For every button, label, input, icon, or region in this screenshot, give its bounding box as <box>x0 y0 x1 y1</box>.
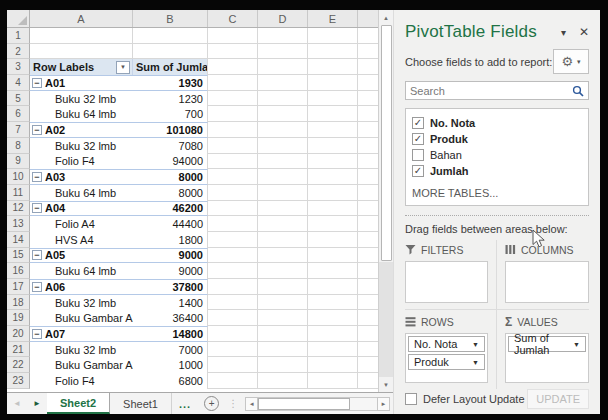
cell-b18[interactable]: 1400 <box>133 295 208 311</box>
column-header-b[interactable]: B <box>133 10 208 27</box>
cell-b3[interactable]: Sum of Jumlah <box>133 59 208 75</box>
vertical-scrollbar[interactable]: ▲ ▼ <box>378 10 393 392</box>
empty-cell[interactable] <box>358 59 378 75</box>
collapse-group-icon[interactable]: − <box>32 125 42 135</box>
add-sheet-button[interactable]: + <box>204 396 219 411</box>
cell-a16[interactable]: Buku 64 lmb <box>30 263 133 279</box>
row-header-2[interactable]: 2 <box>7 44 30 60</box>
cell-b5[interactable]: 1230 <box>133 91 208 107</box>
collapse-group-icon[interactable]: − <box>32 250 42 260</box>
cell-b19[interactable]: 36400 <box>133 310 208 326</box>
cell-b22[interactable]: 1000 <box>133 357 208 373</box>
empty-cell[interactable] <box>308 357 358 373</box>
empty-cell[interactable] <box>358 154 378 170</box>
row-header-7[interactable]: 7 <box>7 122 30 138</box>
collapse-group-icon[interactable]: − <box>32 172 42 182</box>
row-header-10[interactable]: 10 <box>7 169 30 185</box>
cell-a9[interactable]: Folio F4 <box>30 154 133 170</box>
row-header-22[interactable]: 22 <box>7 357 30 373</box>
row-header-1[interactable]: 1 <box>7 28 30 44</box>
row-header-5[interactable]: 5 <box>7 91 30 107</box>
empty-cell[interactable] <box>358 75 378 91</box>
empty-cell[interactable] <box>308 44 358 60</box>
empty-cell[interactable] <box>358 295 378 311</box>
cell-b20[interactable]: 14800 <box>133 326 208 342</box>
row-header-19[interactable]: 19 <box>7 310 30 326</box>
empty-cell[interactable] <box>258 122 308 138</box>
cell-a22[interactable]: Buku Gambar A3 <box>30 357 133 373</box>
empty-cell[interactable] <box>308 216 358 232</box>
column-header-d[interactable]: D <box>258 10 308 27</box>
scroll-right-icon[interactable]: ► <box>377 397 390 411</box>
cell-b15[interactable]: 9000 <box>133 248 208 264</box>
row-header-20[interactable]: 20 <box>7 326 30 342</box>
cell-a17[interactable]: −A06 <box>30 279 133 295</box>
empty-cell[interactable] <box>308 28 358 44</box>
cell-b10[interactable]: 8000 <box>133 169 208 185</box>
pane-options-caret-icon[interactable]: ▾ <box>561 27 566 38</box>
values-drop-zone[interactable]: Sum of Jumlah▼ <box>505 333 589 383</box>
horizontal-scroll-track[interactable] <box>258 397 377 411</box>
update-button[interactable]: UPDATE <box>527 389 589 409</box>
sheet-tab-sheet2[interactable]: Sheet2 <box>47 393 110 414</box>
empty-cell[interactable] <box>358 91 378 107</box>
field-checkbox[interactable] <box>412 149 424 161</box>
empty-cell[interactable] <box>208 28 258 44</box>
empty-cell[interactable] <box>258 357 308 373</box>
empty-cell[interactable] <box>258 373 308 389</box>
columns-drop-zone[interactable] <box>505 261 589 303</box>
cell-a6[interactable]: Buku 64 lmb <box>30 106 133 122</box>
empty-cell[interactable] <box>258 44 308 60</box>
select-all-corner[interactable] <box>7 10 30 27</box>
empty-cell[interactable] <box>308 138 358 154</box>
empty-cell[interactable] <box>308 106 358 122</box>
empty-cell[interactable] <box>358 169 378 185</box>
field-checkbox[interactable]: ✓ <box>412 133 424 145</box>
empty-cell[interactable] <box>308 169 358 185</box>
empty-cell[interactable] <box>358 44 378 60</box>
cell-a2[interactable] <box>30 44 133 60</box>
empty-cell[interactable] <box>258 248 308 264</box>
empty-cell[interactable] <box>308 263 358 279</box>
empty-cell[interactable] <box>358 28 378 44</box>
empty-cell[interactable] <box>208 122 258 138</box>
cell-a1[interactable] <box>30 28 133 44</box>
cell-a18[interactable]: Buku 32 lmb <box>30 295 133 311</box>
area-field-button[interactable]: Produk▼ <box>408 354 485 370</box>
column-header-a[interactable]: A <box>30 10 133 27</box>
row-header-13[interactable]: 13 <box>7 216 30 232</box>
row-header-14[interactable]: 14 <box>7 232 30 248</box>
empty-cell[interactable] <box>308 342 358 358</box>
empty-cell[interactable] <box>308 295 358 311</box>
sheet-tab-sheet1[interactable]: Sheet1 <box>110 393 172 414</box>
row-labels-filter-icon[interactable]: ▼ <box>116 61 130 74</box>
collapse-group-icon[interactable]: − <box>32 203 42 213</box>
rows-drop-zone[interactable]: No. Nota▼Produk▼ <box>405 333 488 383</box>
area-field-button[interactable]: No. Nota▼ <box>408 336 485 352</box>
vertical-scroll-thumb[interactable] <box>381 25 392 261</box>
cell-a12[interactable]: −A04 <box>30 201 133 217</box>
scroll-left-icon[interactable]: ◄ <box>245 397 258 411</box>
empty-cell[interactable] <box>258 154 308 170</box>
field-checkbox[interactable]: ✓ <box>412 165 424 177</box>
cell-b7[interactable]: 101080 <box>133 122 208 138</box>
pane-close-icon[interactable]: ✕ <box>579 25 589 39</box>
empty-cell[interactable] <box>258 75 308 91</box>
empty-cell[interactable] <box>358 248 378 264</box>
empty-cell[interactable] <box>308 201 358 217</box>
cell-a8[interactable]: Buku 32 lmb <box>30 138 133 154</box>
empty-cell[interactable] <box>358 326 378 342</box>
cell-b16[interactable]: 9000 <box>133 263 208 279</box>
empty-cell[interactable] <box>308 122 358 138</box>
cell-a11[interactable]: Buku 64 lmb <box>30 185 133 201</box>
empty-cell[interactable] <box>208 342 258 358</box>
empty-cell[interactable] <box>258 326 308 342</box>
empty-cell[interactable] <box>308 373 358 389</box>
empty-cell[interactable] <box>208 185 258 201</box>
empty-cell[interactable] <box>208 373 258 389</box>
field-item[interactable]: ✓Jumlah <box>412 163 582 179</box>
empty-cell[interactable] <box>308 59 358 75</box>
cell-b23[interactable]: 6800 <box>133 373 208 389</box>
tabbar-splitter-icon[interactable]: ⋮ <box>228 398 238 409</box>
cell-b12[interactable]: 46200 <box>133 201 208 217</box>
